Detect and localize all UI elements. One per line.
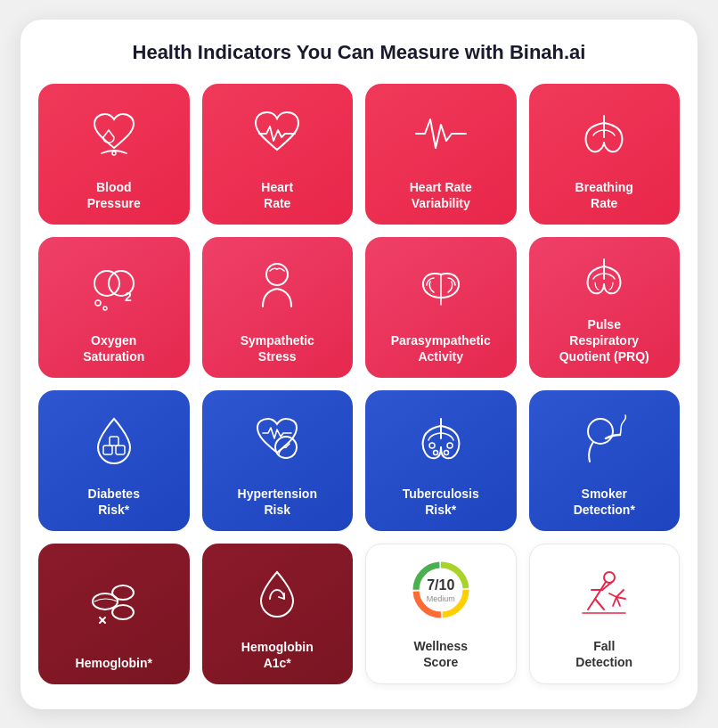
hrv-icon: [412, 96, 469, 173]
parasympathetic-label: ParasympatheticActivity: [391, 332, 491, 364]
diabetes-label: DiabetesRisk*: [88, 486, 140, 518]
tile-sympathetic[interactable]: SympatheticStress: [202, 237, 354, 378]
svg-rect-7: [103, 446, 112, 454]
tile-smoker[interactable]: SmokerDetection*: [529, 390, 681, 531]
breathing-rate-icon: [575, 96, 632, 173]
svg-point-14: [447, 443, 453, 448]
svg-point-13: [433, 451, 437, 455]
smoker-icon: [575, 403, 632, 479]
tile-hypertension[interactable]: HypertensionRisk: [202, 390, 354, 531]
svg-point-12: [429, 443, 435, 448]
brain-icon: [412, 249, 469, 326]
hrv-label: Heart RateVariability: [410, 179, 472, 211]
prq-icon: [575, 249, 632, 309]
svg-line-37: [609, 593, 616, 597]
svg-text:2: 2: [125, 290, 132, 304]
tile-heart-rate[interactable]: HeartRate: [202, 84, 354, 225]
svg-point-6: [266, 264, 288, 285]
blood-pressure-icon: [86, 96, 143, 173]
tuberculosis-label: TuberculosisRisk*: [403, 486, 479, 518]
wellness-label-text: WellnessScore: [414, 638, 468, 670]
wellness-score: 7/10: [427, 577, 455, 593]
svg-line-30: [595, 599, 604, 609]
tile-hrv[interactable]: Heart RateVariability: [365, 84, 517, 225]
hemoglobin-icon: [86, 556, 143, 649]
svg-point-4: [95, 300, 101, 306]
indicator-grid: BloodPressure HeartRate Heart RateVariab…: [38, 84, 680, 684]
tile-hemoglobin[interactable]: Hemoglobin*: [38, 544, 190, 684]
heart-rate-icon: [249, 96, 306, 173]
svg-point-0: [112, 151, 116, 155]
sympathetic-icon: [249, 249, 306, 326]
svg-line-29: [588, 599, 595, 609]
sympathetic-label: SympatheticStress: [241, 332, 314, 364]
wellness-icon: 7/10 Medium: [409, 557, 473, 632]
svg-rect-8: [116, 446, 125, 454]
tile-parasympathetic[interactable]: ParasympatheticActivity: [365, 237, 517, 378]
prq-label: PulseRespiratoryQuotient (PRQ): [559, 316, 649, 365]
page-title: Health Indicators You Can Measure with B…: [38, 41, 680, 64]
diabetes-icon: [86, 403, 143, 479]
svg-point-1: [94, 271, 119, 296]
svg-point-15: [444, 451, 448, 455]
tile-prq[interactable]: PulseRespiratoryQuotient (PRQ): [529, 237, 681, 378]
hba1c-label: HemoglobinA1c*: [241, 639, 314, 671]
fall-label: FallDetection: [575, 638, 632, 670]
main-card: Health Indicators You Can Measure with B…: [20, 20, 698, 709]
lung-icon: [412, 403, 469, 479]
hba1c-icon: [249, 556, 306, 633]
tile-breathing-rate[interactable]: BreathingRate: [529, 84, 681, 225]
hemoglobin-label: Hemoglobin*: [76, 655, 152, 671]
blood-pressure-label: BloodPressure: [87, 179, 141, 211]
svg-rect-9: [110, 437, 118, 446]
wellness-label: Medium: [427, 594, 455, 604]
hypertension-label: HypertensionRisk: [238, 486, 317, 518]
fall-icon: [575, 557, 632, 632]
oxygen-icon: 2: [86, 249, 143, 326]
tile-wellness[interactable]: 7/10 Medium WellnessScore: [365, 544, 517, 684]
svg-point-16: [588, 419, 613, 444]
svg-point-18: [112, 585, 134, 600]
smoker-label: SmokerDetection*: [574, 486, 635, 518]
tile-diabetes[interactable]: DiabetesRisk*: [38, 390, 190, 531]
svg-point-19: [112, 605, 134, 619]
tile-hba1c[interactable]: HemoglobinA1c*: [202, 544, 354, 684]
tile-tuberculosis[interactable]: TuberculosisRisk*: [365, 390, 517, 531]
oxygen-label: OxygenSaturation: [83, 332, 144, 364]
svg-point-5: [103, 307, 107, 310]
tile-oxygen[interactable]: 2 OxygenSaturation: [38, 237, 190, 378]
tile-fall-detection[interactable]: FallDetection: [529, 544, 681, 684]
tile-blood-pressure[interactable]: BloodPressure: [38, 84, 190, 225]
breathing-rate-label: BreathingRate: [575, 179, 633, 211]
heart-rate-label: HeartRate: [261, 179, 293, 211]
svg-line-33: [616, 590, 624, 597]
svg-line-36: [613, 597, 616, 606]
hypertension-icon: [249, 403, 306, 479]
